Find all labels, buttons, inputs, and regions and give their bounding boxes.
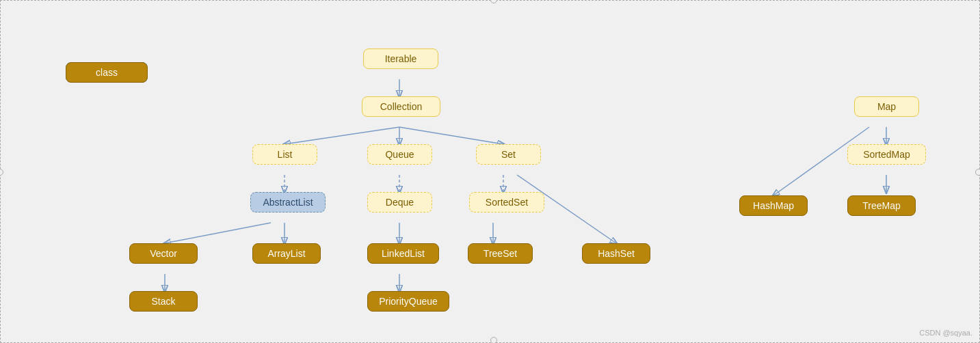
- handle-top: [490, 0, 497, 3]
- node-tree-map: TreeMap: [847, 195, 916, 216]
- handle-bottom: [490, 337, 497, 343]
- node-priority-queue: PriorityQueue: [367, 291, 449, 312]
- node-collection: Collection: [362, 96, 440, 117]
- node-set: Set: [476, 144, 541, 165]
- node-sorted-set: SortedSet: [469, 192, 544, 212]
- watermark: CSDN @sqyaa.: [919, 329, 972, 337]
- node-deque: Deque: [367, 192, 432, 212]
- handle-right: [975, 169, 980, 176]
- node-tree-set: TreeSet: [468, 243, 533, 264]
- node-linked-list: LinkedList: [367, 243, 439, 264]
- legend-class: class: [66, 62, 148, 83]
- node-iterable: Iterable: [363, 49, 438, 69]
- diagram-canvas: interface abstract class class Iterable …: [0, 0, 980, 343]
- handle-left: [0, 169, 3, 176]
- node-abstract-list: AbstractList: [250, 192, 326, 212]
- node-sorted-map: SortedMap: [847, 144, 926, 165]
- node-hash-map: HashMap: [739, 195, 808, 216]
- svg-line-3: [399, 127, 503, 144]
- node-array-list: ArrayList: [252, 243, 321, 264]
- node-list: List: [252, 144, 317, 165]
- node-stack: Stack: [129, 291, 198, 312]
- node-queue: Queue: [367, 144, 432, 165]
- node-vector: Vector: [129, 243, 198, 264]
- node-map: Map: [854, 96, 919, 117]
- svg-line-1: [284, 127, 399, 144]
- svg-line-7: [165, 223, 271, 243]
- legend-class-label: class: [96, 67, 118, 78]
- node-hash-set: HashSet: [582, 243, 650, 264]
